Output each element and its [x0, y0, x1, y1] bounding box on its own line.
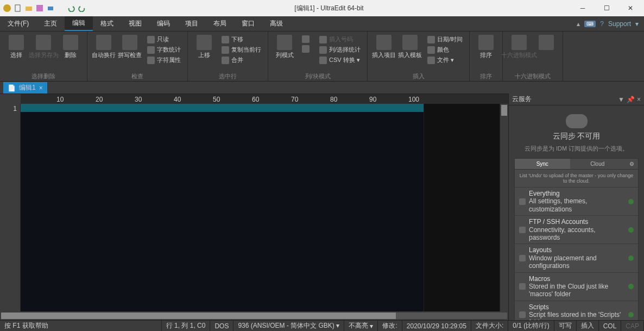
status-cap: CAP	[621, 321, 644, 331]
status-lineending[interactable]: DOS	[210, 321, 233, 331]
ribbon-smallbtn[interactable]: 颜色	[425, 45, 465, 54]
keyboard-icon[interactable]: ⌨	[584, 21, 596, 27]
cloud-item[interactable]: ScriptsScript files stored in the 'Scrip…	[515, 301, 638, 320]
ribbon-collapse-icon[interactable]: ▴	[577, 20, 580, 28]
ribbon-btn[interactable]: 插入模板	[397, 34, 423, 60]
main-area: 102030405060708090100 1 云服务 ▼ 📌 × 云同步 不可…	[0, 93, 644, 320]
new-file-icon[interactable]	[14, 4, 22, 13]
undo-icon[interactable]	[67, 4, 75, 13]
menu-4[interactable]: 视图	[121, 16, 149, 31]
cloud-desc: List 'Undo' to upload of the master - yo…	[515, 170, 638, 187]
ribbon: 选择选择另存为删除 选择删除 自动换行拼写检查只读字数统计字符属性 检查 上移下…	[0, 32, 644, 82]
open-folder-icon[interactable]	[24, 4, 33, 13]
document-tab-label: 编辑1	[19, 83, 36, 92]
cloud-tabs: Sync Cloud ⚙	[515, 159, 638, 170]
panel-close-icon[interactable]: ×	[637, 96, 641, 103]
cloud-tab-sync[interactable]: Sync	[515, 159, 570, 169]
editor: 102030405060708090100 1	[0, 93, 508, 320]
ruler: 102030405060708090100	[21, 94, 508, 104]
support-dropdown-icon[interactable]: ▾	[635, 20, 639, 28]
tab-close-icon[interactable]: ×	[39, 84, 43, 92]
ribbon-smallbtn[interactable]	[300, 45, 314, 53]
print-icon[interactable]	[46, 4, 55, 13]
cloud-settings-icon[interactable]: ⚙	[625, 159, 638, 169]
menu-2[interactable]: 编辑	[65, 16, 93, 31]
ribbon-group-insert: 插入项目插入模板日期/时间颜色文件 ▾ 插入	[368, 32, 470, 81]
panel-menu-icon[interactable]: ▼	[618, 96, 624, 103]
menu-1[interactable]: 主页	[36, 16, 65, 31]
ribbon-smallbtn[interactable]: 字符属性	[145, 55, 183, 65]
ribbon-smallbtn[interactable]: CSV 转换 ▾	[317, 55, 363, 65]
ribbon-smallbtn[interactable]: 文件 ▾	[425, 55, 465, 65]
menu-8[interactable]: 窗口	[234, 16, 262, 31]
status-help: 按 F1 获取帮助	[0, 321, 162, 331]
cloud-item[interactable]: MacrosStored in the Cloud just like 'mac…	[515, 272, 638, 301]
ribbon-btn[interactable]: 选择另存为	[30, 34, 56, 60]
ribbon-btn[interactable]: 自动换行	[91, 34, 117, 60]
menu-9[interactable]: 高级	[262, 16, 291, 31]
ribbon-smallbtn[interactable]: 合并	[219, 55, 263, 65]
status-insert[interactable]: 插入	[577, 321, 599, 331]
menubar: 文件(F)主页编辑格式视图编码项目布局窗口高级 ▴ ⌨ ? Support ▾	[0, 16, 644, 32]
ribbon-btn[interactable]: 列模式	[272, 34, 298, 60]
ribbon-btn[interactable]: 十六进制模式	[506, 34, 532, 60]
minimize-button[interactable]: ─	[572, 1, 594, 16]
vertical-scrollbar[interactable]	[500, 104, 508, 311]
current-line-highlight	[21, 104, 424, 112]
cloud-tab-cloud[interactable]: Cloud	[570, 159, 626, 169]
ribbon-smallbtn[interactable]: 字数统计	[145, 45, 183, 54]
ribbon-smallbtn[interactable]: 列/选择统计	[317, 45, 363, 54]
status-highlight[interactable]: 不高亮 ▾	[344, 321, 378, 331]
close-button[interactable]: ✕	[620, 1, 641, 16]
cloud-item[interactable]: FTP / SSH AccountsConnectivity, accounts…	[515, 215, 638, 243]
titlebar: [编辑1] - UltraEdit 64-bit ─ ☐ ✕	[0, 0, 644, 16]
status-modified: 修改:	[378, 321, 402, 331]
ribbon-smallbtn[interactable]: 只读	[145, 35, 183, 44]
ribbon-btn[interactable]: 插入项目	[371, 34, 397, 60]
app-logo-icon	[3, 4, 11, 13]
cloud-panel-header: 云服务 ▼ 📌 ×	[509, 93, 644, 105]
cloud-item[interactable]: LayoutsWindow placement and configuratio…	[515, 243, 638, 272]
svg-rect-2	[26, 7, 32, 11]
ribbon-smallbtn[interactable]: 日期/时间	[425, 35, 465, 44]
cloud-icon	[566, 114, 588, 128]
help-icon[interactable]: ?	[600, 20, 604, 28]
ribbon-smallbtn[interactable]: 下移	[219, 35, 263, 44]
ribbon-smallbtn[interactable]: 插入号码	[317, 35, 363, 44]
cloud-item[interactable]: EverythingAll settings, themes, customiz…	[515, 187, 638, 215]
document-tab[interactable]: 📄 编辑1 ×	[3, 82, 47, 93]
ribbon-btn[interactable]: 选择	[3, 34, 29, 60]
window-title: [编辑1] - UltraEdit 64-bit	[89, 4, 570, 13]
menu-5[interactable]: 编码	[149, 16, 178, 31]
menu-0[interactable]: 文件(F)	[0, 16, 36, 31]
menu-6[interactable]: 项目	[178, 16, 206, 31]
status-encoding[interactable]: 936 (ANSI/OEM - 简体中文 GBK) ▾	[233, 321, 344, 331]
status-position[interactable]: 行 1, 列 1, C0	[162, 321, 211, 331]
ribbon-btn[interactable]: 拼写检查	[117, 34, 143, 60]
status-ratio: 0/1 (比特/行)	[508, 321, 554, 331]
ribbon-btn[interactable]: 排序	[473, 34, 499, 60]
status-readwrite[interactable]: 可写	[554, 321, 577, 331]
status-col[interactable]: COL	[599, 321, 622, 331]
status-filesize-label: 文件大小:	[471, 321, 508, 331]
maximize-button[interactable]: ☐	[596, 1, 617, 16]
horizontal-scrollbar[interactable]	[0, 311, 508, 320]
ribbon-smallbtn[interactable]: 复制当前行	[219, 45, 263, 54]
cloud-card: Sync Cloud ⚙ List 'Undo' to upload of th…	[514, 158, 639, 320]
ribbon-btn[interactable]: 上移	[191, 34, 217, 60]
minimap[interactable]	[424, 104, 500, 311]
text-area[interactable]	[21, 104, 424, 311]
save-icon[interactable]	[35, 4, 44, 13]
ribbon-smallbtn[interactable]	[300, 35, 314, 43]
support-link[interactable]: Support	[608, 20, 631, 28]
status-date: 2020/10/29 10:29:05	[402, 321, 471, 331]
panel-pin-icon[interactable]: 📌	[627, 96, 635, 103]
menu-3[interactable]: 格式	[93, 16, 121, 31]
svg-point-0	[3, 4, 11, 12]
menu-7[interactable]: 布局	[206, 16, 234, 31]
ribbon-btn[interactable]: 删除	[58, 34, 84, 60]
ribbon-group-check: 自动换行拼写检查只读字数统计字符属性 检查	[87, 32, 188, 81]
ribbon-btn[interactable]	[533, 34, 559, 52]
redo-icon[interactable]	[78, 4, 86, 13]
ribbon-group-line: 上移下移复制当前行合并 选中行	[188, 32, 268, 81]
